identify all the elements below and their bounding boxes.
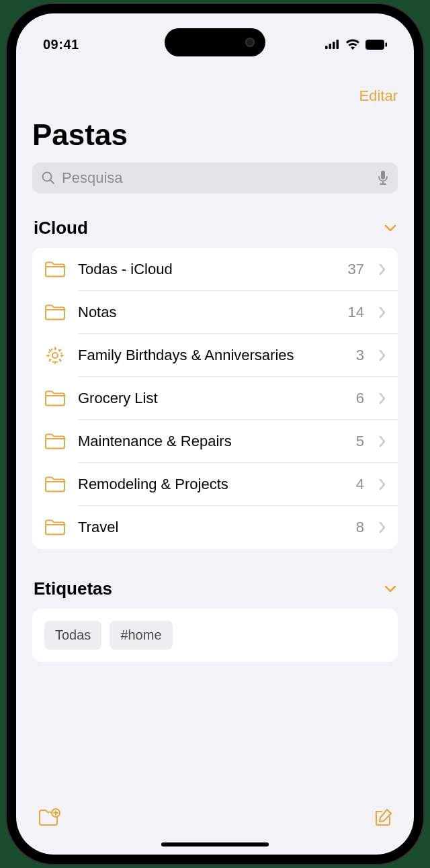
chevron-down-icon	[384, 585, 396, 593]
folder-name: Todas - iCloud	[78, 261, 336, 278]
icloud-section-header[interactable]: iCloud	[32, 212, 398, 248]
folder-count: 6	[356, 390, 364, 407]
gear-icon	[44, 345, 66, 366]
home-indicator[interactable]	[161, 842, 269, 847]
chevron-right-icon	[379, 392, 386, 404]
folder-name: Grocery List	[78, 390, 344, 407]
compose-button[interactable]	[372, 808, 392, 828]
front-camera	[245, 38, 255, 47]
folder-count: 4	[356, 476, 364, 493]
search-bar[interactable]	[32, 163, 398, 193]
status-icons	[325, 39, 387, 50]
folder-icon	[44, 302, 66, 323]
folder-count: 5	[356, 433, 364, 450]
wifi-icon	[345, 39, 360, 50]
folder-count: 14	[348, 304, 364, 321]
svg-rect-5	[386, 42, 388, 46]
tags-section: Etiquetas Todas#home	[32, 573, 398, 662]
chevron-right-icon	[379, 435, 386, 447]
folder-row[interactable]: Travel8	[32, 506, 398, 549]
folder-count: 8	[356, 519, 364, 536]
tag-pill[interactable]: #home	[110, 621, 172, 650]
folder-row[interactable]: Notas14	[32, 291, 398, 334]
svg-rect-4	[366, 40, 384, 50]
tag-pill[interactable]: Todas	[44, 621, 101, 650]
status-time: 09:41	[43, 37, 79, 52]
chevron-right-icon	[379, 349, 386, 361]
tags-section-title: Etiquetas	[34, 578, 112, 599]
svg-point-11	[52, 353, 58, 358]
chevron-right-icon	[379, 306, 386, 318]
edit-button[interactable]: Editar	[359, 87, 398, 105]
main-content: Editar Pastas iCloud Todas - iCloud37Not…	[16, 60, 414, 662]
chevron-right-icon	[379, 263, 386, 275]
folder-row[interactable]: Remodeling & Projects4	[32, 463, 398, 506]
svg-rect-2	[333, 42, 335, 49]
chevron-down-icon	[384, 224, 396, 232]
screen: 09:41 Editar Pastas	[16, 13, 414, 855]
folder-icon	[44, 259, 66, 280]
folder-name: Notas	[78, 304, 336, 321]
svg-line-7	[50, 180, 54, 183]
folder-name: Maintenance & Repairs	[78, 433, 344, 450]
battery-icon	[366, 40, 387, 50]
phone-frame: 09:41 Editar Pastas	[7, 4, 423, 864]
svg-rect-1	[329, 44, 332, 49]
folder-count: 37	[348, 261, 364, 278]
svg-rect-8	[381, 171, 385, 179]
dynamic-island	[165, 28, 265, 56]
new-folder-button[interactable]	[38, 808, 60, 827]
folder-icon	[44, 388, 66, 409]
folder-name: Remodeling & Projects	[78, 476, 344, 493]
microphone-icon[interactable]	[378, 171, 388, 185]
search-icon	[42, 171, 55, 185]
svg-rect-0	[325, 46, 328, 49]
folder-row[interactable]: Grocery List6	[32, 377, 398, 420]
folder-icon	[44, 474, 66, 495]
search-input[interactable]	[62, 169, 371, 187]
folder-icon	[44, 431, 66, 452]
folder-name: Travel	[78, 519, 344, 536]
nav-bar: Editar	[32, 60, 398, 118]
svg-rect-3	[337, 40, 339, 49]
tags-section-header[interactable]: Etiquetas	[32, 573, 398, 609]
chevron-right-icon	[379, 478, 386, 490]
chevron-right-icon	[379, 521, 386, 533]
folders-list: Todas - iCloud37Notas14Family Birthdays …	[32, 248, 398, 549]
folder-row[interactable]: Family Birthdays & Anniversaries3	[32, 334, 398, 377]
folder-name: Family Birthdays & Anniversaries	[78, 347, 344, 364]
page-title: Pastas	[32, 118, 398, 152]
icloud-section-title: iCloud	[34, 218, 88, 238]
cellular-icon	[325, 40, 340, 49]
folder-count: 3	[356, 347, 364, 364]
folder-icon	[44, 517, 66, 538]
folder-row[interactable]: Maintenance & Repairs5	[32, 420, 398, 463]
tags-container: Todas#home	[32, 609, 398, 662]
folder-row[interactable]: Todas - iCloud37	[32, 248, 398, 291]
